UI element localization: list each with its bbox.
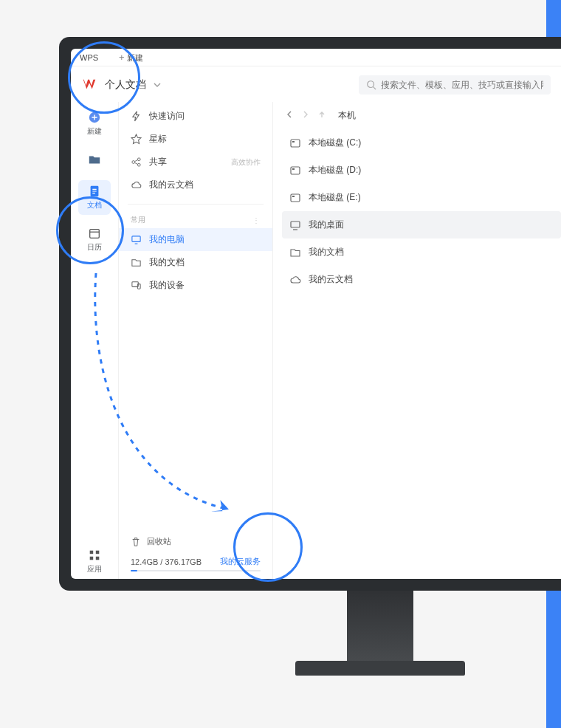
cloud-icon bbox=[289, 274, 301, 286]
sidebar-item-label: 我的文档 bbox=[149, 256, 185, 269]
cloud-service-link[interactable]: 我的云服务 bbox=[220, 556, 261, 567]
rail-apps[interactable]: 应用 bbox=[78, 544, 111, 579]
chevron-down-icon[interactable] bbox=[154, 78, 161, 92]
sidebar-item-label: 我的电脑 bbox=[149, 233, 185, 246]
page-title: 个人文档 bbox=[105, 78, 146, 92]
sidebar-star[interactable]: 星标 bbox=[119, 128, 272, 151]
bolt-icon bbox=[131, 111, 142, 122]
svg-point-11 bbox=[137, 163, 140, 166]
rail-calendar-label: 日历 bbox=[87, 242, 102, 253]
sidebar-share-tag: 高效协作 bbox=[231, 157, 261, 168]
more-icon[interactable]: ⋮ bbox=[252, 216, 261, 224]
monitor-icon bbox=[131, 234, 142, 245]
sidebar-recycle-label: 回收站 bbox=[147, 536, 171, 547]
share-icon bbox=[131, 157, 142, 168]
svg-rect-8 bbox=[96, 557, 100, 560]
folder-icon bbox=[88, 153, 101, 166]
screen: WPS + 新建 个人文档 新建 bbox=[71, 49, 561, 579]
sidebar-footer: 回收站 12.4GB / 376.17GB 我的云服务 bbox=[119, 532, 272, 579]
search-input-wrap[interactable] bbox=[359, 75, 551, 95]
main-columns: 新建 文档 日历 应用 bbox=[71, 102, 561, 579]
sidebar-my-devices[interactable]: 我的设备 bbox=[119, 274, 272, 297]
svg-line-1 bbox=[374, 87, 376, 90]
sidebar-quick-access[interactable]: 快速访问 bbox=[119, 105, 272, 128]
svg-rect-17 bbox=[291, 167, 300, 174]
rail-apps-label: 应用 bbox=[87, 564, 102, 574]
svg-rect-19 bbox=[291, 194, 300, 202]
svg-rect-18 bbox=[292, 168, 295, 170]
nav-row: 本机 bbox=[282, 108, 561, 129]
wps-logo-icon bbox=[81, 77, 97, 93]
svg-rect-21 bbox=[291, 222, 300, 227]
file-cloud-docs[interactable]: 我的云文档 bbox=[282, 266, 561, 293]
tab-new[interactable]: + 新建 bbox=[119, 52, 143, 63]
nav-forward-icon[interactable] bbox=[301, 110, 310, 121]
file-label: 我的云文档 bbox=[309, 273, 353, 286]
svg-point-0 bbox=[368, 81, 374, 88]
file-label: 我的文档 bbox=[309, 246, 344, 258]
svg-rect-12 bbox=[132, 236, 140, 242]
sidebar-common-heading: 常用 ⋮ bbox=[119, 209, 272, 228]
rail-open[interactable] bbox=[78, 148, 111, 173]
file-disk-d[interactable]: 本地磁盘 (D:) bbox=[282, 157, 561, 184]
tab-strip: WPS + 新建 bbox=[71, 49, 561, 66]
plus-circle-icon bbox=[88, 111, 101, 124]
sidebar-my-docs[interactable]: 我的文档 bbox=[119, 251, 272, 274]
monitor-stand bbox=[347, 587, 413, 668]
file-label: 本地磁盘 (D:) bbox=[309, 164, 361, 176]
disk-icon bbox=[289, 165, 301, 176]
rail-new-label: 新建 bbox=[87, 126, 102, 137]
document-icon bbox=[88, 185, 101, 198]
disk-icon bbox=[289, 192, 301, 204]
content-pane: 本机 本地磁盘 (C:) 本地磁盘 (D:) 本地磁盘 (E:) 我的桌面 bbox=[273, 102, 561, 579]
rail-new[interactable]: 新建 bbox=[78, 106, 111, 141]
apps-icon bbox=[88, 549, 101, 562]
left-rail: 新建 文档 日历 应用 bbox=[71, 102, 118, 579]
sidebar-my-pc[interactable]: 我的电脑 bbox=[119, 228, 272, 251]
sidebar: 快速访问 星标 共享 高效协作 我的云文档 bbox=[118, 102, 273, 579]
svg-rect-20 bbox=[292, 196, 295, 197]
sidebar-item-label: 快速访问 bbox=[149, 110, 185, 123]
divider bbox=[128, 204, 264, 205]
sidebar-cloud-docs[interactable]: 我的云文档 bbox=[119, 174, 272, 196]
file-label: 我的桌面 bbox=[309, 219, 344, 231]
rail-doc[interactable]: 文档 bbox=[78, 180, 111, 215]
calendar-icon bbox=[88, 227, 101, 240]
svg-rect-15 bbox=[291, 140, 300, 147]
sidebar-item-label: 我的云文档 bbox=[149, 179, 193, 191]
rail-calendar[interactable]: 日历 bbox=[78, 222, 111, 257]
svg-point-9 bbox=[132, 161, 135, 164]
file-disk-e[interactable]: 本地磁盘 (E:) bbox=[282, 184, 561, 211]
svg-point-10 bbox=[137, 158, 140, 161]
search-icon bbox=[366, 80, 376, 90]
sidebar-recycle[interactable]: 回收站 bbox=[131, 532, 261, 552]
file-disk-c[interactable]: 本地磁盘 (C:) bbox=[282, 129, 561, 157]
sidebar-item-label: 星标 bbox=[149, 133, 167, 145]
file-docs[interactable]: 我的文档 bbox=[282, 238, 561, 266]
tab-wps[interactable]: WPS bbox=[80, 53, 98, 62]
sidebar-item-label: 我的设备 bbox=[149, 279, 185, 292]
file-desktop[interactable]: 我的桌面 bbox=[282, 211, 561, 238]
sidebar-item-label: 共享 bbox=[149, 156, 167, 168]
svg-rect-6 bbox=[96, 551, 100, 554]
rail-doc-label: 文档 bbox=[87, 200, 102, 210]
svg-rect-5 bbox=[90, 551, 94, 554]
disk-icon bbox=[289, 137, 301, 149]
file-label: 本地磁盘 (C:) bbox=[309, 137, 361, 149]
search-input[interactable] bbox=[381, 80, 543, 90]
svg-rect-7 bbox=[90, 557, 94, 560]
storage-row: 12.4GB / 376.17GB 我的云服务 bbox=[131, 552, 261, 567]
monitor-bezel: WPS + 新建 个人文档 新建 bbox=[59, 37, 561, 591]
breadcrumb[interactable]: 本机 bbox=[338, 109, 356, 122]
file-label: 本地磁盘 (E:) bbox=[309, 191, 361, 204]
nav-back-icon[interactable] bbox=[285, 110, 294, 121]
titlebar: 个人文档 bbox=[71, 66, 561, 102]
svg-rect-16 bbox=[292, 141, 295, 142]
devices-icon bbox=[131, 280, 142, 291]
svg-rect-4 bbox=[90, 230, 100, 238]
desktop-icon bbox=[289, 219, 301, 231]
star-icon bbox=[131, 134, 142, 145]
monitor-base bbox=[295, 661, 465, 676]
sidebar-share[interactable]: 共享 高效协作 bbox=[119, 151, 272, 174]
nav-up-icon[interactable] bbox=[317, 110, 326, 121]
